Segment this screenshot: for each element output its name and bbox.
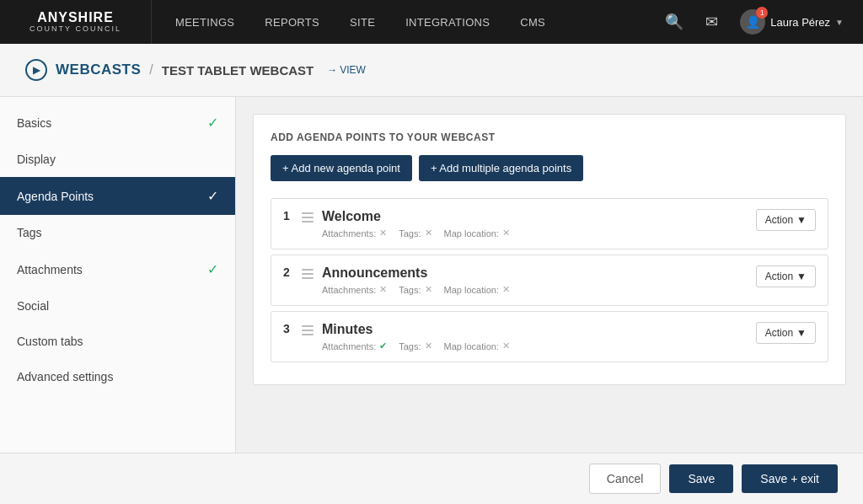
view-link[interactable]: → VIEW — [327, 64, 366, 76]
breadcrumb-section: WEBCASTS — [56, 62, 141, 78]
dropdown-arrow-2: ▼ — [796, 271, 807, 282]
nav-integrations[interactable]: INTEGRATIONS — [390, 0, 505, 44]
sidebar-label-agenda-points: Agenda Points — [17, 190, 94, 203]
sidebar-label-tags: Tags — [17, 226, 42, 239]
agenda-name-1: Welcome — [322, 209, 756, 224]
content-panel: ADD AGENDA POINTS TO YOUR WEBCAST + Add … — [236, 97, 863, 453]
agenda-meta-2: Attachments: ✕ Tags: ✕ Map location: ✕ — [322, 284, 756, 295]
action-label-3: Action — [765, 327, 793, 339]
breadcrumb-bar: ▶ WEBCASTS / TEST TABLET WEBCAST → VIEW — [0, 44, 863, 97]
agenda-meta-1: Attachments: ✕ Tags: ✕ Map location: ✕ — [322, 228, 756, 239]
map-label-3: Map location: — [444, 341, 499, 351]
chevron-down-icon: ▼ — [835, 18, 844, 27]
attachments-label-3: Attachments: — [322, 341, 376, 351]
map-icon-2: ✕ — [502, 284, 510, 295]
logo-name: ANYSHIRE — [29, 10, 121, 25]
attachments-meta-1: Attachments: ✕ — [322, 228, 387, 239]
nav-cms[interactable]: CMS — [505, 0, 560, 44]
map-meta-3: Map location: ✕ — [444, 340, 510, 351]
main-content: Basics ✓ Display Agenda Points ✓ Tags At… — [0, 97, 863, 453]
user-name: Laura Pérez — [770, 16, 830, 29]
agenda-item-3: 3 Minutes Attachments: ✔ Tags: ✕ — [271, 311, 828, 362]
action-buttons: + Add new agenda point + Add multiple ag… — [271, 155, 828, 181]
map-label-2: Map location: — [444, 285, 499, 295]
map-icon-1: ✕ — [502, 228, 510, 239]
drag-handle-1[interactable] — [302, 212, 314, 223]
action-button-3[interactable]: Action ▼ — [756, 322, 816, 344]
agenda-name-3: Minutes — [322, 322, 756, 337]
attachments-label-2: Attachments: — [322, 285, 376, 295]
agenda-body-3: Minutes Attachments: ✔ Tags: ✕ Map locat… — [322, 322, 756, 351]
sidebar-label-custom-tabs: Custom tabs — [17, 335, 83, 348]
map-meta-2: Map location: ✕ — [444, 284, 510, 295]
sidebar-item-advanced-settings[interactable]: Advanced settings — [0, 359, 235, 394]
nav-items: MEETINGS REPORTS SITE INTEGRATIONS CMS — [152, 0, 659, 44]
map-icon-3: ✕ — [502, 340, 510, 351]
nav-meetings[interactable]: MEETINGS — [160, 0, 249, 44]
attachments-meta-3: Attachments: ✔ — [322, 340, 387, 351]
agenda-num-2: 2 — [283, 265, 302, 279]
sidebar-label-attachments: Attachments — [17, 263, 83, 276]
sidebar: Basics ✓ Display Agenda Points ✓ Tags At… — [0, 97, 236, 453]
attachments-meta-2: Attachments: ✕ — [322, 284, 387, 295]
sidebar-label-social: Social — [17, 299, 49, 313]
sidebar-item-tags[interactable]: Tags — [0, 215, 235, 250]
tags-icon-1: ✕ — [425, 228, 432, 239]
drag-handle-3[interactable] — [302, 325, 314, 335]
section-title: ADD AGENDA POINTS TO YOUR WEBCAST — [271, 131, 828, 143]
save-button[interactable]: Save — [669, 464, 733, 493]
attachments-label-1: Attachments: — [322, 228, 376, 239]
agenda-name-2: Announcements — [322, 265, 756, 281]
breadcrumb-page: TEST TABLET WEBCAST — [162, 63, 314, 78]
sidebar-item-agenda-points[interactable]: Agenda Points ✓ — [0, 177, 235, 215]
agenda-body-1: Welcome Attachments: ✕ Tags: ✕ Map locat… — [322, 209, 756, 239]
sidebar-item-social[interactable]: Social — [0, 288, 235, 324]
tags-label-3: Tags: — [399, 341, 421, 351]
search-icon[interactable]: 🔍 — [659, 7, 689, 37]
dropdown-arrow-3: ▼ — [796, 327, 807, 339]
attachments-icon-1: ✕ — [379, 228, 387, 239]
action-button-2[interactable]: Action ▼ — [756, 265, 816, 287]
tags-label-1: Tags: — [399, 228, 421, 239]
agenda-num-3: 3 — [283, 322, 302, 335]
nav-right: 🔍 ✉ 👤 1 Laura Pérez ▼ — [659, 6, 863, 38]
logo-sub: COUNTY COUNCIL — [29, 25, 121, 34]
sidebar-label-advanced-settings: Advanced settings — [17, 370, 113, 383]
check-icon-attachments: ✓ — [207, 261, 218, 277]
footer: Cancel Save Save + exit — [0, 453, 863, 504]
map-meta-1: Map location: ✕ — [444, 228, 510, 239]
cancel-button[interactable]: Cancel — [589, 464, 662, 494]
tags-icon-2: ✕ — [425, 284, 432, 295]
tags-meta-1: Tags: ✕ — [399, 228, 432, 239]
action-label-1: Action — [765, 214, 793, 226]
notification-badge: 1 — [756, 7, 768, 19]
save-exit-button[interactable]: Save + exit — [742, 464, 838, 493]
check-icon-agenda: ✓ — [207, 188, 218, 204]
action-button-1[interactable]: Action ▼ — [756, 209, 816, 231]
sidebar-item-display[interactable]: Display — [0, 142, 235, 177]
add-single-agenda-button[interactable]: + Add new agenda point — [271, 155, 412, 181]
map-label-1: Map location: — [444, 228, 499, 239]
agenda-num-1: 1 — [283, 209, 302, 223]
mail-icon[interactable]: ✉ — [696, 7, 726, 37]
agenda-item-1: 1 Welcome Attachments: ✕ Tags: ✕ — [271, 198, 828, 249]
play-icon: ▶ — [25, 59, 47, 81]
logo: ANYSHIRE COUNTY COUNCIL — [0, 0, 152, 44]
drag-handle-2[interactable] — [302, 269, 314, 279]
agenda-body-2: Announcements Attachments: ✕ Tags: ✕ Map… — [322, 265, 756, 295]
add-multiple-agenda-button[interactable]: + Add multiple agenda points — [419, 155, 583, 181]
sidebar-item-basics[interactable]: Basics ✓ — [0, 104, 235, 142]
top-navigation: ANYSHIRE COUNTY COUNCIL MEETINGS REPORTS… — [0, 0, 863, 44]
tags-label-2: Tags: — [399, 285, 421, 295]
tags-meta-3: Tags: ✕ — [399, 340, 432, 351]
attachments-icon-3: ✔ — [379, 340, 387, 351]
sidebar-item-custom-tabs[interactable]: Custom tabs — [0, 324, 235, 359]
nav-site[interactable]: SITE — [335, 0, 390, 44]
action-label-2: Action — [765, 271, 793, 282]
check-icon-basics: ✓ — [207, 115, 218, 131]
nav-reports[interactable]: REPORTS — [249, 0, 335, 44]
sidebar-item-attachments[interactable]: Attachments ✓ — [0, 250, 235, 288]
dropdown-arrow-1: ▼ — [796, 214, 807, 226]
tags-icon-3: ✕ — [425, 340, 432, 351]
user-menu[interactable]: 👤 1 Laura Pérez ▼ — [733, 6, 850, 38]
